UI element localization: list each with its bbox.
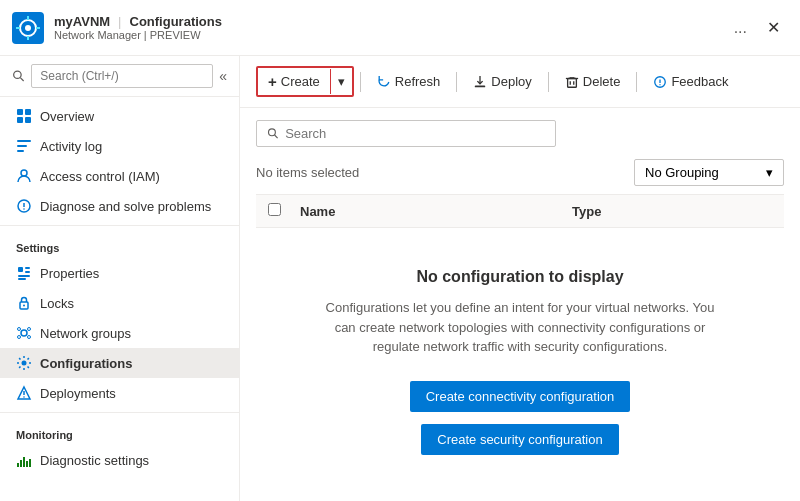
create-connectivity-button[interactable]: Create connectivity configuration xyxy=(410,381,631,412)
sidebar-item-properties[interactable]: Properties xyxy=(0,258,239,288)
sidebar-search-bar: « xyxy=(0,56,239,97)
col-type-header: Type xyxy=(572,204,772,219)
svg-point-48 xyxy=(660,83,661,84)
svg-point-27 xyxy=(21,330,27,336)
network-groups-icon xyxy=(16,325,32,341)
svg-rect-37 xyxy=(20,460,22,467)
page-title: Configurations xyxy=(130,14,222,29)
refresh-icon xyxy=(377,75,391,89)
table-header: Name Type xyxy=(256,194,784,228)
delete-button[interactable]: Delete xyxy=(555,69,631,94)
empty-state: No configuration to display Configuratio… xyxy=(256,228,784,495)
svg-rect-42 xyxy=(567,78,576,87)
create-button-group: + Create ▾ xyxy=(256,66,354,97)
toolbar-separator-3 xyxy=(548,72,549,92)
monitoring-section-label: Monitoring xyxy=(0,417,239,445)
app-subtitle: Network Manager | PREVIEW xyxy=(54,29,730,41)
toolbar-separator-4 xyxy=(636,72,637,92)
svg-rect-23 xyxy=(18,275,30,277)
toolbar-separator-2 xyxy=(456,72,457,92)
configurations-icon xyxy=(16,355,32,371)
refresh-button[interactable]: Refresh xyxy=(367,69,451,94)
select-all-checkbox[interactable] xyxy=(268,203,288,219)
diagnostic-icon xyxy=(16,452,32,468)
deploy-label: Deploy xyxy=(491,74,531,89)
no-items-text: No items selected xyxy=(256,165,359,180)
sidebar-item-overview[interactable]: Overview xyxy=(0,101,239,131)
svg-point-7 xyxy=(14,71,21,78)
sidebar-item-deployments-label: Deployments xyxy=(40,386,116,401)
close-button[interactable]: ✕ xyxy=(759,14,788,41)
sidebar-item-access-control[interactable]: Access control (IAM) xyxy=(0,161,239,191)
refresh-label: Refresh xyxy=(395,74,441,89)
ellipsis-button[interactable]: ... xyxy=(730,15,751,41)
sidebar-search-input[interactable] xyxy=(31,64,213,88)
sidebar-item-overview-label: Overview xyxy=(40,109,94,124)
sidebar-item-configurations[interactable]: Configurations xyxy=(0,348,239,378)
svg-point-35 xyxy=(23,396,25,398)
grouping-label: No Grouping xyxy=(645,165,719,180)
sidebar-item-locks-label: Locks xyxy=(40,296,74,311)
settings-section-label: Settings xyxy=(0,230,239,258)
svg-rect-15 xyxy=(17,150,24,152)
svg-point-30 xyxy=(18,336,21,339)
svg-line-8 xyxy=(20,78,23,81)
sidebar-collapse-button[interactable]: « xyxy=(219,68,227,84)
svg-point-31 xyxy=(28,336,31,339)
properties-icon xyxy=(16,265,32,281)
svg-rect-24 xyxy=(18,278,26,280)
sidebar-item-deployments[interactable]: Deployments xyxy=(0,378,239,408)
create-dropdown-button[interactable]: ▾ xyxy=(330,69,352,94)
delete-label: Delete xyxy=(583,74,621,89)
col-name-header: Name xyxy=(300,204,572,219)
deploy-button[interactable]: Deploy xyxy=(463,69,541,94)
access-icon xyxy=(16,168,32,184)
sidebar-item-network-groups-label: Network groups xyxy=(40,326,131,341)
svg-point-49 xyxy=(269,129,276,136)
search-icon xyxy=(12,68,25,84)
grouping-dropdown[interactable]: No Grouping ▾ xyxy=(634,159,784,186)
svg-line-50 xyxy=(275,135,278,138)
app-icon xyxy=(12,12,44,44)
empty-state-actions: Create connectivity configuration Create… xyxy=(316,381,724,455)
select-all-input[interactable] xyxy=(268,203,281,216)
deploy-icon xyxy=(473,75,487,89)
toolbar-separator-1 xyxy=(360,72,361,92)
sidebar-item-activity-log-label: Activity log xyxy=(40,139,102,154)
svg-rect-40 xyxy=(29,459,31,467)
content-inner: No items selected No Grouping ▾ Name Typ… xyxy=(240,108,800,501)
app-title: myAVNM | Configurations xyxy=(54,14,730,29)
sidebar-item-configurations-label: Configurations xyxy=(40,356,132,371)
content-search-bar[interactable] xyxy=(256,120,556,147)
diagnose-icon xyxy=(16,198,32,214)
svg-rect-12 xyxy=(25,117,31,123)
sidebar-item-locks[interactable]: Locks xyxy=(0,288,239,318)
svg-point-2 xyxy=(25,25,31,31)
sidebar-item-diagnose[interactable]: Diagnose and solve problems xyxy=(0,191,239,221)
sidebar-item-activity-log[interactable]: Activity log xyxy=(0,131,239,161)
activity-icon xyxy=(16,138,32,154)
create-main-button[interactable]: + Create xyxy=(258,68,330,95)
empty-state-description: Configurations let you define an intent … xyxy=(316,298,724,357)
nav-divider-monitoring xyxy=(0,412,239,413)
sidebar-item-network-groups[interactable]: Network groups xyxy=(0,318,239,348)
svg-point-19 xyxy=(23,208,25,210)
svg-rect-41 xyxy=(475,85,486,87)
svg-rect-21 xyxy=(25,267,30,269)
title-bar-actions: ... ✕ xyxy=(730,14,788,41)
overview-icon xyxy=(16,108,32,124)
create-security-button[interactable]: Create security configuration xyxy=(421,424,618,455)
feedback-label: Feedback xyxy=(671,74,728,89)
svg-rect-11 xyxy=(17,117,23,123)
locks-icon xyxy=(16,295,32,311)
feedback-button[interactable]: Feedback xyxy=(643,69,738,94)
svg-point-28 xyxy=(18,328,21,331)
plus-icon: + xyxy=(268,73,277,90)
svg-rect-13 xyxy=(17,140,31,142)
sidebar-item-diagnostic-settings[interactable]: Diagnostic settings xyxy=(0,445,239,475)
svg-rect-36 xyxy=(17,463,19,467)
sidebar-item-diagnose-label: Diagnose and solve problems xyxy=(40,199,211,214)
title-bar-text: myAVNM | Configurations Network Manager … xyxy=(54,14,730,41)
content-search-input[interactable] xyxy=(285,126,545,141)
title-bar: myAVNM | Configurations Network Manager … xyxy=(0,0,800,56)
